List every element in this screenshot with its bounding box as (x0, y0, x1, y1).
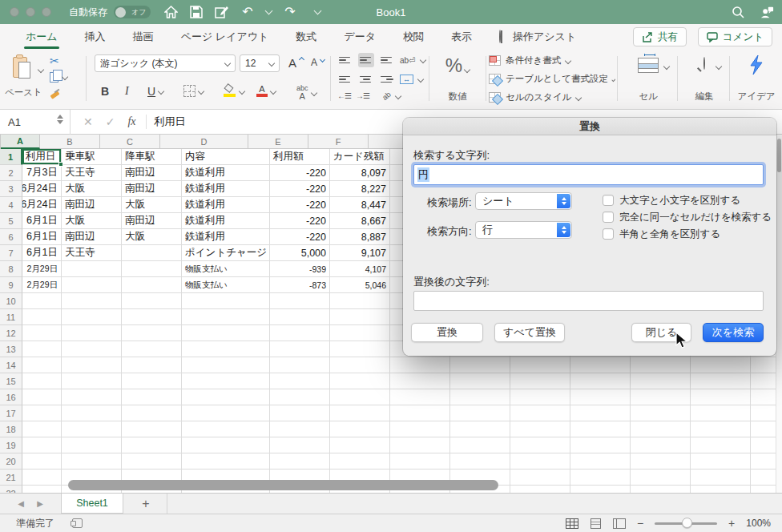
cell-A3[interactable]: 6月24日 (22, 181, 62, 197)
row-header-17[interactable]: 17 (0, 405, 22, 421)
format-painter-button[interactable] (50, 87, 82, 99)
row-header-6[interactable]: 6 (0, 229, 22, 245)
cell-F1[interactable]: カード残額 (330, 149, 390, 165)
cell-x917[interactable] (570, 405, 631, 421)
cell-A4[interactable]: 6月24日 (22, 197, 62, 213)
page-break-view-icon[interactable] (613, 518, 626, 529)
cell-x1220[interactable] (751, 453, 776, 470)
cell-B1[interactable]: 乗車駅 (62, 149, 122, 165)
row-header-1[interactable]: 1 (0, 149, 22, 165)
cell-x1114[interactable] (691, 357, 751, 373)
cell-B13[interactable] (62, 341, 122, 357)
cell-x815[interactable] (510, 373, 570, 389)
cell-E11[interactable] (270, 309, 330, 325)
cell-A14[interactable] (22, 357, 62, 373)
cell-A5[interactable]: 6月1日 (22, 213, 62, 229)
increase-indent-icon[interactable]: →☰ (356, 91, 369, 100)
column-header-B[interactable]: B (40, 135, 100, 149)
cell-F17[interactable] (330, 405, 390, 421)
conditional-formatting-button[interactable]: 条件付き書式 (489, 51, 615, 70)
cell-x821[interactable] (510, 470, 570, 486)
cells-icon[interactable] (638, 58, 659, 73)
zoom-window-button[interactable] (42, 7, 51, 17)
tab-view[interactable]: 表示 (449, 24, 474, 50)
comment-button[interactable]: コメント (698, 27, 772, 46)
cell-A22[interactable] (22, 486, 62, 493)
save-icon[interactable] (189, 5, 204, 19)
cell-x616[interactable] (390, 389, 450, 405)
undo-icon[interactable]: ↶ (240, 5, 255, 19)
cell-x1117[interactable] (691, 405, 751, 421)
cell-B19[interactable] (62, 437, 122, 453)
cell-E17[interactable] (270, 405, 330, 421)
column-header-D[interactable]: D (160, 135, 248, 149)
cell-x817[interactable] (510, 405, 570, 421)
cell-D15[interactable] (182, 373, 270, 389)
cell-F5[interactable]: 8,667 (330, 213, 390, 229)
cell-B8[interactable] (62, 261, 122, 277)
column-header-A[interactable]: A (1, 135, 40, 149)
cell-B5[interactable]: 大阪 (62, 213, 122, 229)
close-window-button[interactable] (10, 7, 19, 17)
cell-x1215[interactable] (751, 373, 776, 389)
column-header-F[interactable]: F (308, 135, 369, 149)
cell-C14[interactable] (122, 357, 182, 373)
normal-view-icon[interactable] (566, 518, 578, 529)
cell-A11[interactable] (22, 309, 62, 325)
merge-center-icon[interactable]: ↔ (400, 75, 413, 84)
cell-D17[interactable] (182, 405, 270, 421)
row-header-21[interactable]: 21 (0, 470, 22, 486)
merge-dropdown-icon[interactable] (417, 76, 424, 83)
cell-A13[interactable] (22, 341, 62, 357)
row-header-8[interactable]: 8 (0, 261, 22, 277)
italic-button[interactable]: I (125, 85, 129, 98)
cell-x922[interactable] (570, 486, 631, 493)
cell-A12[interactable] (22, 325, 62, 341)
cell-C15[interactable] (122, 373, 182, 389)
cell-x1022[interactable] (631, 486, 691, 493)
tab-review[interactable]: 校閲 (401, 24, 425, 50)
row-header-4[interactable]: 4 (0, 197, 22, 213)
sheet-nav-right-icon[interactable]: ▶ (30, 499, 50, 508)
checkbox-match-case[interactable] (603, 195, 614, 206)
name-box-spinner[interactable] (57, 115, 63, 124)
cell-x920[interactable] (570, 453, 631, 470)
dialog-title[interactable]: 置換 (403, 118, 776, 135)
cell-B17[interactable] (62, 405, 122, 421)
tab-page-layout[interactable]: ページ レイアウト (179, 24, 271, 50)
cell-x719[interactable] (450, 437, 510, 453)
horizontal-scroll-thumb[interactable] (68, 480, 498, 490)
underline-button[interactable]: U (147, 85, 163, 98)
name-box[interactable]: A1 (0, 110, 71, 135)
cell-E3[interactable]: -220 (270, 181, 330, 197)
cell-C5[interactable]: 南田辺 (122, 213, 182, 229)
cell-A7[interactable]: 6月1日 (22, 245, 62, 261)
cell-x1122[interactable] (691, 486, 751, 493)
cell-E2[interactable]: -220 (270, 165, 330, 181)
cell-x1014[interactable] (631, 357, 691, 373)
cell-x818[interactable] (510, 421, 570, 437)
row-header-7[interactable]: 7 (0, 245, 22, 261)
cell-x1216[interactable] (751, 389, 776, 405)
cell-B12[interactable] (62, 325, 122, 341)
cell-C4[interactable]: 大阪 (122, 197, 182, 213)
cell-B15[interactable] (62, 373, 122, 389)
tab-home[interactable]: ホーム (24, 24, 59, 50)
cell-E6[interactable]: -220 (270, 229, 330, 245)
find-next-button[interactable]: 次を検索 (703, 323, 764, 342)
cell-A10[interactable] (22, 293, 62, 309)
row-header-14[interactable]: 14 (0, 357, 22, 373)
cell-x1119[interactable] (691, 437, 751, 453)
cell-B3[interactable]: 大阪 (62, 181, 122, 197)
cell-C2[interactable]: 南田辺 (122, 165, 182, 181)
borders-dropdown-icon[interactable] (198, 87, 204, 94)
share-person-icon[interactable] (760, 5, 774, 19)
cell-x1217[interactable] (751, 405, 776, 421)
editing-dropdown-icon[interactable] (715, 63, 722, 70)
column-header-C[interactable]: C (100, 135, 160, 149)
cell-x1115[interactable] (691, 373, 751, 389)
cell-D11[interactable] (182, 309, 270, 325)
cell-D1[interactable]: 内容 (182, 149, 270, 165)
cell-D16[interactable] (182, 389, 270, 405)
copy-button[interactable] (50, 71, 82, 83)
